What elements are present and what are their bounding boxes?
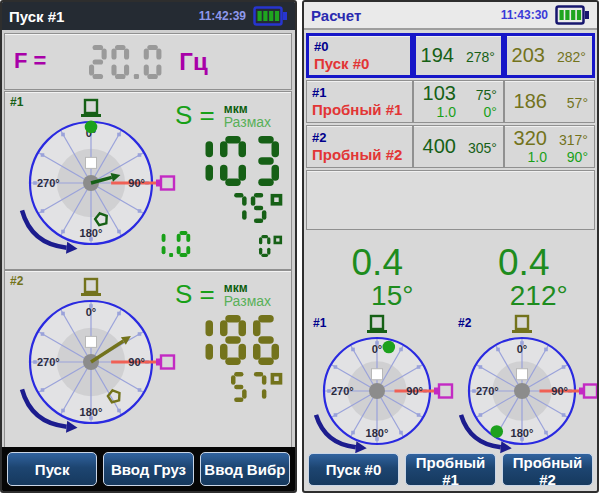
ch2-cell: 203282° <box>504 33 595 78</box>
trial-phase-1 <box>258 235 285 257</box>
svg-text:90°: 90° <box>128 356 145 368</box>
ch2-amp: 203 <box>512 45 545 66</box>
run-name: Пробный #2 <box>312 146 406 164</box>
ch2-trial-phase: 90° <box>554 149 588 165</box>
ch1-cell: 10375° 1.00° <box>413 80 504 123</box>
calc-titlebar: Расчет 11:43:30 <box>304 2 597 30</box>
run-screen: Пуск #1 11:42:39 F = Гц #1 0°90°180°270°… <box>0 0 297 493</box>
result-dial-block-2: #2 0°90°180°270° <box>455 312 599 468</box>
trial2-button[interactable]: Пробный #2 <box>502 453 593 486</box>
amplitude-caption-1: S = мкм Размах <box>175 102 271 129</box>
run-cell: #0 Пуск #0 <box>306 33 413 78</box>
table-row-trial1[interactable]: #1 Пробный #1 10375° 1.00° 18657° <box>306 80 595 123</box>
svg-text:270°: 270° <box>476 385 499 397</box>
svg-text:270°: 270° <box>37 177 60 189</box>
unit-bottom: Размах <box>224 295 271 308</box>
svg-text:270°: 270° <box>331 385 354 397</box>
run-name: Пуск #0 <box>314 55 404 73</box>
frequency-value <box>88 45 167 79</box>
units-stack: мкм Размах <box>224 102 271 129</box>
enter-weight-button[interactable]: Ввод Груз <box>103 452 193 486</box>
result-dial-block-1: #1 0°90°180°270° <box>310 312 460 468</box>
runs-table: #0 Пуск #0 194278° 203282° #1 Пробный #1… <box>306 33 595 230</box>
ch2-cell: 320317° 1.090° <box>504 125 595 168</box>
svg-text:270°: 270° <box>37 356 60 368</box>
run-id: #2 <box>312 130 406 146</box>
unit-bottom: Размах <box>224 116 271 129</box>
enter-vibration-button[interactable]: Ввод Вибр <box>200 452 290 486</box>
table-row-run0[interactable]: #0 Пуск #0 194278° 203282° <box>306 33 595 78</box>
ch1-cell: 194278° <box>413 33 504 78</box>
result-mass-1: 0.4 <box>304 244 451 282</box>
polar-dial-result-2: 0°90°180°270° <box>455 312 599 468</box>
dial1-tag: #1 <box>313 316 326 330</box>
run-id: #1 <box>312 85 406 101</box>
ch1-trial-phase: 0° <box>463 104 497 120</box>
polar-dial-channel2: 0°90°180°270° <box>16 275 182 447</box>
channel2-panel: #2 0°90°180°270° S = мкм Размах <box>4 270 292 449</box>
svg-text:180°: 180° <box>80 406 103 418</box>
start-button[interactable]: Пуск <box>7 452 97 486</box>
page-title: Расчет <box>311 7 361 24</box>
dial2-tag: #2 <box>458 316 471 330</box>
ch1-amp: 103 <box>423 83 456 104</box>
svg-text:180°: 180° <box>80 227 103 239</box>
frequency-label: F = <box>14 48 46 74</box>
result-mass-2: 0.4 <box>451 244 598 282</box>
bottom-button-bar: Пуск Ввод Груз Ввод Вибр <box>2 447 295 491</box>
polar-dial-result-1: 0°90°180°270° <box>310 312 460 468</box>
ch1-phase: 305° <box>463 140 497 156</box>
svg-text:0°: 0° <box>372 343 383 355</box>
result-plane1: 0.4 15° <box>304 244 451 312</box>
result-angle-2: 212° <box>466 282 600 310</box>
result-dials: #1 0°90°180°270° #2 0°90°180°270° <box>304 312 597 467</box>
phase-readout-2 <box>230 372 286 402</box>
clock: 11:42:39 <box>199 9 246 23</box>
run-cell: #2 Пробный #2 <box>306 125 413 168</box>
clock: 11:43:30 <box>501 8 548 22</box>
page-title: Пуск #1 <box>9 8 64 25</box>
channel1-panel: #1 0°90°180°270° S = мкм Размах <box>4 91 292 270</box>
result-plane2: 0.4 212° <box>451 244 598 312</box>
amplitude-readout-2 <box>186 315 286 365</box>
amplitude-readout-1 <box>186 136 286 186</box>
calculation-screen: Расчет 11:43:30 #0 Пуск #0 194278° 20328… <box>302 0 599 493</box>
trial-mass-1 <box>151 231 194 257</box>
svg-text:90°: 90° <box>406 385 423 397</box>
run-titlebar: Пуск #1 11:42:39 <box>2 2 295 30</box>
trial1-button[interactable]: Пробный #1 <box>405 453 496 486</box>
run0-button[interactable]: Пуск #0 <box>308 453 399 486</box>
battery-icon <box>555 5 590 25</box>
ch1-amp: 400 <box>423 136 456 157</box>
svg-text:180°: 180° <box>366 427 389 439</box>
ch1-cell: 400305° <box>413 125 504 168</box>
trial-weight-readout-1 <box>151 231 285 257</box>
ch1-phase: 278° <box>461 49 495 65</box>
frequency-panel: F = Гц <box>4 33 292 90</box>
svg-text:90°: 90° <box>551 385 568 397</box>
screenshot-stage: Пуск #1 11:42:39 F = Гц #1 0°90°180°270°… <box>0 0 600 493</box>
run-name: Пробный #1 <box>312 101 406 119</box>
ch2-amp: 320 <box>514 128 547 149</box>
ch2-phase: 317° <box>554 132 588 148</box>
ch2-trial-mass: 1.0 <box>528 149 547 165</box>
bottom-button-row: Пуск #0 Пробный #1 Пробный #2 <box>308 453 593 486</box>
amplitude-caption-2: S = мкм Размах <box>175 281 271 308</box>
ch2-phase: 282° <box>552 49 586 65</box>
result-angle-1: 15° <box>319 282 466 310</box>
run-id: #0 <box>314 39 404 55</box>
svg-text:90°: 90° <box>128 177 145 189</box>
units-stack: мкм Размах <box>224 281 271 308</box>
ch1-phase: 75° <box>463 87 497 103</box>
correction-results: 0.4 15° 0.4 212° <box>304 244 597 312</box>
s-label: S = <box>175 102 215 128</box>
s-label: S = <box>175 281 215 307</box>
ch2-phase: 57° <box>554 95 588 111</box>
ch1-trial-mass: 1.0 <box>436 104 455 120</box>
table-row-trial2[interactable]: #2 Пробный #2 400305° 320317° 1.090° <box>306 125 595 168</box>
ch2-cell: 18657° <box>504 80 595 123</box>
frequency-unit: Гц <box>179 48 207 76</box>
svg-text:0°: 0° <box>86 306 97 318</box>
run-cell: #1 Пробный #1 <box>306 80 413 123</box>
svg-text:180°: 180° <box>511 427 534 439</box>
